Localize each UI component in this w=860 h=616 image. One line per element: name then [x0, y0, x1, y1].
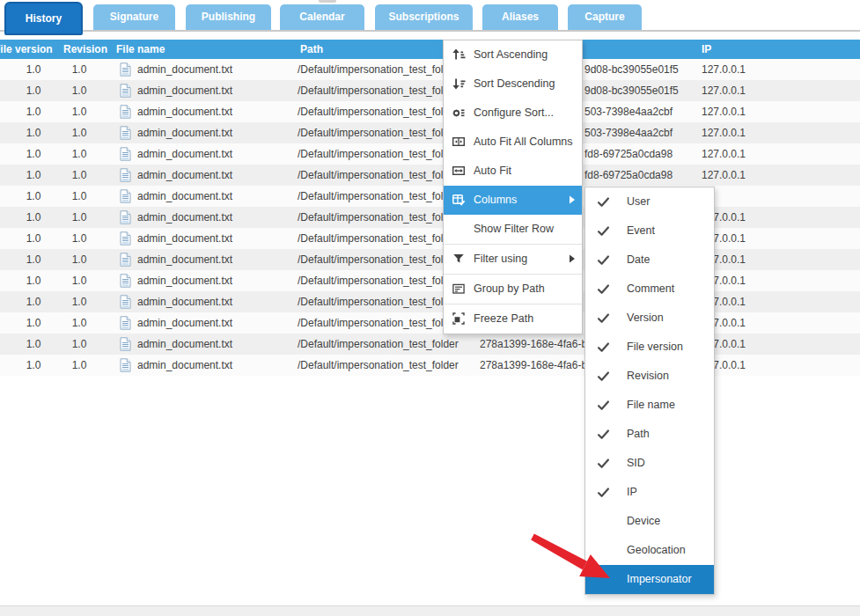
table-row[interactable]: 1.01.0admin_document.txt/Default/imperso…: [0, 122, 860, 143]
cell-sid: 9d08-bc39055e01f5: [584, 80, 679, 101]
table-row[interactable]: 1.01.0admin_document.txt/Default/imperso…: [0, 80, 860, 101]
table-row[interactable]: 1.01.0admin_document.txt/Default/imperso…: [0, 59, 860, 80]
filter-icon: [452, 252, 466, 266]
table-row[interactable]: 1.01.0admin_document.txt/Default/imperso…: [0, 312, 860, 334]
check-icon: [597, 312, 610, 325]
submenu-item-revision[interactable]: Revision: [585, 362, 714, 391]
table-row[interactable]: 1.01.0admin_document.txt/Default/imperso…: [0, 101, 860, 122]
table-row[interactable]: 1.01.0admin_document.txt/Default/imperso…: [0, 334, 860, 355]
cell-revision: 1.0: [60, 165, 99, 186]
submenu-arrow-icon: [569, 195, 576, 204]
cell-sid: 278a1399-168e-4fa6-b: [480, 355, 587, 376]
submenu-item-user[interactable]: User: [585, 187, 714, 216]
tab-signature[interactable]: Signature: [93, 4, 175, 30]
cell-file-version: 1.0: [16, 228, 51, 249]
submenu-item-event[interactable]: Event: [585, 216, 714, 246]
cell-file-name: admin_document.txt: [137, 312, 232, 334]
cell-sid: 278a1399-168e-4fa6-b: [480, 334, 587, 355]
check-icon: [597, 253, 610, 267]
table-row[interactable]: 1.01.0admin_document.txt/Default/imperso…: [0, 165, 860, 186]
menu-item-sort-descending[interactable]: Sort Descending: [444, 70, 582, 99]
menu-item-configure-sort[interactable]: Configure Sort...: [444, 99, 582, 128]
cell-revision: 1.0: [60, 122, 99, 143]
text-file-icon: [120, 126, 131, 140]
tab-aliases[interactable]: Aliases: [482, 4, 558, 30]
text-file-icon: [120, 316, 131, 330]
cell-ip: 127.0.0.1: [702, 165, 746, 186]
column-header-file-name[interactable]: File name: [116, 40, 165, 59]
text-file-icon: [120, 189, 131, 203]
cell-path: /Default/impersonation_test_folder: [298, 59, 459, 80]
submenu-item-label: File version: [627, 333, 683, 362]
column-header-ip[interactable]: IP: [702, 40, 711, 59]
cell-file-version: 1.0: [16, 334, 51, 355]
submenu-item-file-version[interactable]: File version: [585, 333, 714, 362]
configure-sort-icon: [452, 106, 466, 120]
submenu-item-date[interactable]: Date: [585, 246, 714, 275]
tab-history[interactable]: History: [4, 2, 83, 35]
tab-calendar[interactable]: Calendar: [280, 4, 364, 30]
table-row[interactable]: 1.01.0admin_document.txt/Default/imperso…: [0, 291, 860, 312]
text-file-icon: [120, 253, 131, 267]
sort-ascending-icon: [452, 48, 466, 62]
check-icon: [597, 399, 610, 412]
cell-revision: 1.0: [60, 143, 99, 165]
submenu-item-version[interactable]: Version: [585, 304, 714, 333]
cell-file-version: 1.0: [16, 80, 51, 101]
cell-ip: 127.0.0.1: [702, 122, 746, 143]
cell-path: /Default/impersonation_test_folder: [298, 355, 459, 376]
submenu-item-path[interactable]: Path: [585, 420, 714, 449]
menu-item-label: Filter using: [474, 245, 527, 274]
submenu-item-comment[interactable]: Comment: [585, 275, 714, 304]
columns-icon: [452, 193, 466, 207]
submenu-item-file-name[interactable]: File name: [585, 391, 714, 420]
table-row[interactable]: 1.01.0admin_document.txt/Default/imperso…: [0, 143, 860, 165]
cell-ip: 127.0.0.1: [702, 101, 746, 122]
cell-file-name: admin_document.txt: [137, 334, 232, 355]
cell-revision: 1.0: [60, 291, 99, 312]
tab-capture[interactable]: Capture: [568, 4, 642, 30]
tab-publishing[interactable]: Publishing: [186, 4, 271, 30]
submenu-item-ip[interactable]: IP: [585, 478, 714, 507]
freeze-icon: [452, 312, 466, 326]
menu-item-filter-using[interactable]: Filter using: [444, 245, 582, 274]
submenu-item-sid[interactable]: SID: [585, 449, 714, 478]
submenu-item-label: File name: [627, 391, 675, 420]
cell-file-name: admin_document.txt: [137, 122, 232, 143]
menu-item-show-filter-row[interactable]: Show Filter Row: [444, 215, 582, 244]
check-icon: [597, 195, 610, 209]
submenu-item-label: Path: [627, 420, 650, 449]
auto-fit-icon: [452, 164, 466, 178]
column-header-file-version[interactable]: File version: [0, 40, 53, 59]
table-row[interactable]: 1.01.0admin_document.txt/Default/imperso…: [0, 228, 860, 249]
menu-item-label: Auto Fit All Columns: [474, 128, 573, 157]
menu-item-auto-fit[interactable]: Auto Fit: [444, 157, 582, 186]
column-header-path[interactable]: Path: [300, 40, 323, 59]
cell-revision: 1.0: [60, 270, 99, 291]
cell-path: /Default/impersonation_test_folder: [298, 80, 459, 101]
submenu-item-label: SID: [627, 449, 645, 478]
table-row[interactable]: 1.01.0admin_document.txt/Default/imperso…: [0, 355, 860, 376]
tab-subscriptions[interactable]: Subscriptions: [375, 4, 473, 30]
table-header-row: File versionRevisionFile namePathIP: [0, 40, 860, 59]
cell-file-version: 1.0: [16, 291, 51, 312]
submenu-arrow-icon: [569, 254, 576, 263]
table-row[interactable]: 1.01.0admin_document.txt/Default/imperso…: [0, 249, 860, 270]
menu-item-columns[interactable]: Columns: [444, 186, 582, 215]
menu-item-sort-ascending[interactable]: Sort Ascending: [444, 40, 582, 70]
cell-sid: fd8-69725a0cda98: [584, 165, 673, 186]
cell-revision: 1.0: [60, 80, 99, 101]
submenu-item-label: Date: [627, 246, 650, 275]
table-row[interactable]: 1.01.0admin_document.txt/Default/imperso…: [0, 207, 860, 228]
column-header-revision[interactable]: Revision: [63, 40, 107, 59]
menu-item-label: Columns: [474, 186, 517, 215]
menu-item-auto-fit-all-columns[interactable]: Auto Fit All Columns: [444, 128, 582, 157]
table-row[interactable]: 1.01.0admin_document.txt/Default/imperso…: [0, 270, 860, 291]
table-row[interactable]: 1.01.0admin_document.txt/Default/imperso…: [0, 186, 860, 207]
menu-item-label: Sort Descending: [474, 70, 555, 99]
menu-item-freeze-path[interactable]: Freeze Path: [444, 304, 582, 334]
menu-item-group-by-path[interactable]: Group by Path: [444, 275, 582, 304]
app-window: HistorySignaturePublishingCalendarSubscr…: [0, 0, 860, 616]
menu-item-label: Group by Path: [474, 275, 545, 304]
cell-sid: fd8-69725a0cda98: [584, 143, 673, 165]
